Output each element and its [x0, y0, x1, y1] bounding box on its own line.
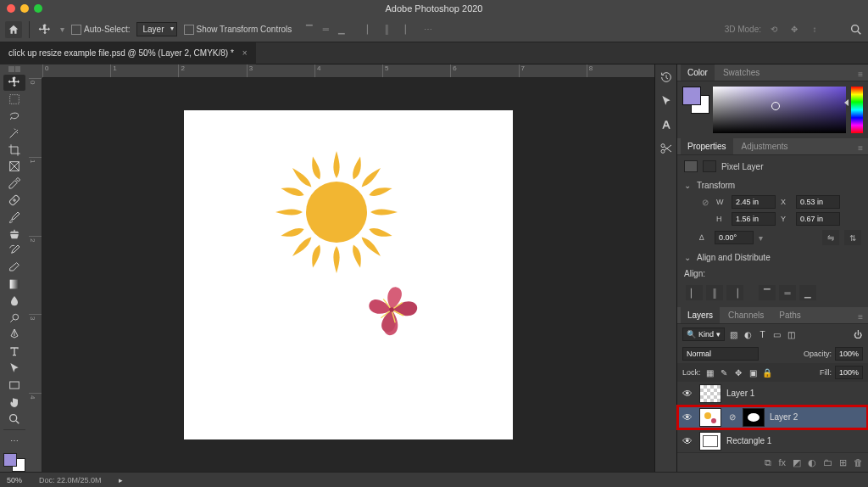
zoom-tool[interactable]	[3, 411, 25, 427]
close-tab-icon[interactable]: ×	[242, 48, 248, 58]
color-swatches[interactable]	[3, 453, 25, 472]
transform-section-header[interactable]: Transform	[677, 177, 868, 193]
tools-tab-handle[interactable]	[8, 66, 20, 72]
align-left-icon[interactable]: ▏	[363, 22, 378, 37]
lock-brush-icon[interactable]: ✎	[719, 367, 730, 378]
align-bottom-icon[interactable]: ▁	[334, 22, 349, 37]
align-right-icon[interactable]: ▕	[395, 22, 410, 37]
type-tool[interactable]	[3, 344, 25, 360]
frame-tool[interactable]	[3, 159, 25, 175]
visibility-toggle-icon[interactable]: 👁	[681, 435, 694, 447]
angle-field[interactable]: 0.00°	[715, 231, 754, 244]
zoom-level[interactable]: 50%	[7, 476, 22, 484]
hue-slider[interactable]	[851, 87, 863, 133]
pen-tool[interactable]	[3, 327, 25, 343]
delete-layer-icon[interactable]: 🗑	[854, 457, 863, 467]
search-icon[interactable]	[849, 23, 863, 36]
align-section-header[interactable]: Align and Distribute	[677, 249, 868, 266]
magic-wand-tool[interactable]	[3, 125, 25, 141]
layer-row[interactable]: 👁 ⊘ Layer 2	[677, 406, 868, 429]
edit-toolbar-icon[interactable]: ⋯	[3, 433, 25, 449]
layer-name-label[interactable]: Rectangle 1	[726, 436, 771, 445]
layer-mask-thumbnail[interactable]	[743, 408, 765, 427]
brushes-panel-icon[interactable]	[659, 93, 674, 109]
layer-fx-icon[interactable]: fx	[778, 457, 786, 467]
flip-vertical-icon[interactable]: ⇅	[844, 230, 861, 245]
align-vcenter-icon[interactable]: ═	[318, 22, 333, 37]
dodge-tool[interactable]	[3, 310, 25, 326]
tab-properties[interactable]: Properties	[681, 138, 733, 154]
align-hcenter-btn[interactable]: ║	[706, 285, 723, 300]
healing-tool[interactable]	[3, 193, 25, 209]
filter-toggle-icon[interactable]: ⏻	[852, 329, 863, 340]
filter-image-icon[interactable]: ▧	[728, 329, 739, 340]
link-wh-icon[interactable]: ⊘	[699, 198, 711, 207]
tab-color[interactable]: Color	[681, 64, 715, 81]
blur-tool[interactable]	[3, 293, 25, 309]
color-panel-menu-icon[interactable]: ≡	[853, 68, 868, 81]
y-field[interactable]: 0.67 in	[796, 212, 840, 226]
gradient-tool[interactable]	[3, 277, 25, 293]
visibility-toggle-icon[interactable]: 👁	[681, 388, 694, 400]
properties-panel-menu-icon[interactable]: ≡	[853, 142, 868, 154]
filter-type-icon[interactable]: T	[757, 329, 768, 340]
visibility-toggle-icon[interactable]: 👁	[681, 411, 694, 423]
align-top-icon[interactable]: ▔	[302, 22, 317, 37]
layer-thumbnail[interactable]	[699, 408, 721, 427]
layer-thumbnail[interactable]	[699, 432, 721, 451]
auto-select-mode-dropdown[interactable]: Layer	[136, 22, 176, 36]
vertical-ruler[interactable]: 01234	[29, 78, 42, 472]
opacity-field[interactable]: 100%	[835, 347, 863, 361]
tab-adjustments[interactable]: Adjustments	[735, 138, 795, 154]
lock-pixels-icon[interactable]: ▦	[704, 367, 715, 378]
orbit-icon[interactable]: ⟲	[766, 22, 782, 37]
layer-filter-kind-dropdown[interactable]: 🔍 Kind ▾	[682, 327, 725, 341]
align-vcenter-btn[interactable]: ═	[779, 285, 796, 300]
color-slider-caret[interactable]	[844, 99, 849, 106]
show-transform-checkbox[interactable]: Show Transform Controls	[184, 25, 292, 35]
foreground-color-swatch[interactable]	[3, 453, 17, 467]
link-layers-icon[interactable]: ⧉	[765, 457, 771, 468]
align-bottom-btn[interactable]: ▁	[799, 285, 816, 300]
move-tool[interactable]	[3, 75, 25, 91]
scissors-icon[interactable]	[659, 141, 674, 156]
crop-tool[interactable]	[3, 142, 25, 158]
rectangle-tool[interactable]	[3, 377, 25, 393]
color-picker-ring[interactable]	[771, 102, 780, 110]
align-right-btn[interactable]: ▕	[726, 285, 743, 300]
horizontal-ruler[interactable]: 012345678	[42, 64, 654, 78]
new-group-icon[interactable]: 🗀	[823, 457, 832, 467]
ruler-origin[interactable]	[29, 64, 42, 78]
marquee-tool[interactable]	[3, 92, 25, 108]
align-left-btn[interactable]: ▏	[686, 285, 703, 300]
layer-row[interactable]: 👁 Rectangle 1	[677, 429, 868, 453]
layer-name-label[interactable]: Layer 1	[726, 389, 754, 398]
maximize-window-button[interactable]	[34, 4, 42, 13]
align-hcenter-icon[interactable]: ║	[379, 22, 394, 37]
color-swatch-pair[interactable]	[682, 87, 708, 133]
history-brush-tool[interactable]	[3, 243, 25, 259]
filter-adjustment-icon[interactable]: ◐	[743, 329, 754, 340]
layer-thumbnail[interactable]	[699, 384, 721, 403]
new-fill-icon[interactable]: ◐	[808, 457, 816, 468]
tab-swatches[interactable]: Swatches	[716, 64, 766, 81]
filter-shape-icon[interactable]: ▭	[771, 329, 782, 340]
eyedropper-tool[interactable]	[3, 176, 25, 192]
pan-icon[interactable]: ✥	[787, 22, 802, 37]
dolly-icon[interactable]: ↕	[807, 22, 822, 37]
color-field[interactable]	[713, 87, 846, 133]
lock-all-icon[interactable]: 🔒	[762, 367, 773, 378]
home-button[interactable]	[5, 21, 22, 38]
x-field[interactable]: 0.53 in	[796, 195, 840, 209]
tab-channels[interactable]: Channels	[721, 307, 771, 323]
character-panel-icon[interactable]	[659, 117, 674, 132]
align-top-btn[interactable]: ▔	[759, 285, 776, 300]
new-layer-icon[interactable]: ⊞	[839, 457, 847, 468]
minimize-window-button[interactable]	[20, 4, 29, 13]
path-selection-tool[interactable]	[3, 361, 25, 377]
eraser-tool[interactable]	[3, 260, 25, 276]
status-menu-caret[interactable]: ▸	[119, 476, 123, 484]
brush-tool[interactable]	[3, 209, 25, 225]
clone-stamp-tool[interactable]	[3, 226, 25, 242]
auto-select-checkbox[interactable]: Auto-Select:	[71, 25, 130, 35]
